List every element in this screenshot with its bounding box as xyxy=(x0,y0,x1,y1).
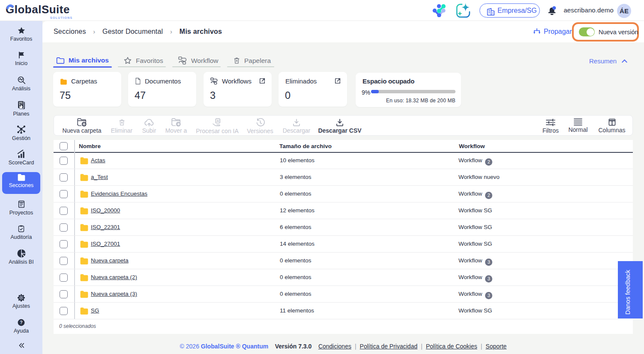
svg-text:AI: AI xyxy=(216,119,219,122)
svg-text:?: ? xyxy=(20,320,23,325)
